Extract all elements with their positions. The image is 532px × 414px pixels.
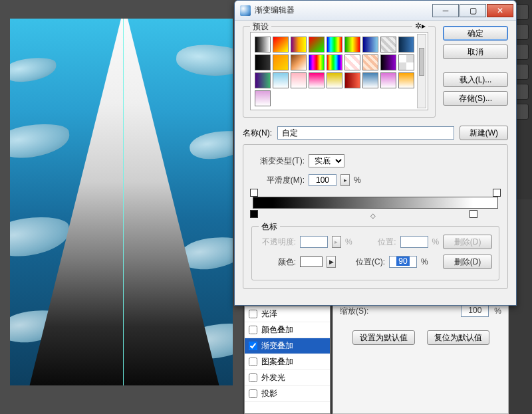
canvas-stage xyxy=(0,0,243,414)
style-row[interactable]: 投影 xyxy=(245,386,330,402)
style-label: 图案叠加 xyxy=(261,356,326,367)
set-default-button[interactable]: 设置为默认值 xyxy=(352,330,415,345)
style-row[interactable]: 图案叠加 xyxy=(245,354,330,370)
scale-slider-track[interactable] xyxy=(374,309,456,313)
color-stop-right[interactable] xyxy=(469,210,477,218)
stops-group: 色标 不透明度: ▸ % 位置: % 删除(D) 颜色: ▶ xyxy=(251,226,499,280)
color-location-input[interactable]: 90 xyxy=(389,256,417,268)
gradient-settings-group: 渐变类型(T): 实底 平滑度(M): ▸ % ◇ 色标 xyxy=(243,144,508,289)
close-button[interactable]: ✕ xyxy=(487,4,513,17)
opacity-location-label: 位置: xyxy=(374,237,396,248)
preset-swatch[interactable] xyxy=(344,72,360,88)
preset-swatch[interactable] xyxy=(327,72,342,88)
preset-swatch[interactable] xyxy=(291,72,307,88)
preset-swatch-grid xyxy=(250,32,428,110)
document-canvas[interactable] xyxy=(10,19,233,385)
preset-swatch[interactable] xyxy=(380,72,396,88)
preset-swatch[interactable] xyxy=(255,37,271,52)
preset-swatch[interactable] xyxy=(362,37,378,52)
preset-swatch[interactable] xyxy=(398,37,414,52)
fish-shape xyxy=(10,120,72,162)
preset-scrollbar[interactable] xyxy=(417,34,426,108)
midpoint-marker[interactable]: ◇ xyxy=(370,212,376,219)
new-button[interactable]: 新建(W) xyxy=(460,126,508,140)
preset-swatch[interactable] xyxy=(380,54,396,70)
minimize-button[interactable]: ─ xyxy=(432,4,459,17)
preset-swatch[interactable] xyxy=(255,54,271,70)
save-button[interactable]: 存储(S)... xyxy=(443,91,508,106)
style-row[interactable]: 光泽 xyxy=(245,306,330,322)
preset-swatch[interactable] xyxy=(255,72,271,88)
style-checkbox[interactable] xyxy=(249,342,257,350)
gradient-bar[interactable] xyxy=(253,197,498,209)
preset-swatch[interactable] xyxy=(327,37,342,52)
preset-swatch[interactable] xyxy=(273,37,289,52)
reset-default-button[interactable]: 复位为默认值 xyxy=(427,330,489,345)
presets-group: 预设 ✲▸ xyxy=(243,26,436,118)
style-checkbox[interactable] xyxy=(249,326,257,334)
opacity-stop-right[interactable] xyxy=(493,189,501,197)
app-icon xyxy=(240,5,251,16)
vertical-guide[interactable] xyxy=(123,19,124,385)
style-label: 颜色叠加 xyxy=(261,324,326,336)
style-label: 光泽 xyxy=(261,308,326,320)
preset-swatch[interactable] xyxy=(291,54,307,70)
preset-swatch[interactable] xyxy=(380,37,396,52)
preset-swatch[interactable] xyxy=(309,72,325,88)
fish-shape xyxy=(176,43,233,78)
style-row[interactable]: 渐变叠加 xyxy=(245,338,330,354)
dialog-titlebar[interactable]: 渐变编辑器 ─ ▢ ✕ xyxy=(235,1,516,21)
opacity-stop-left[interactable] xyxy=(250,189,258,197)
opacity-stepper: ▸ xyxy=(332,236,341,248)
style-checkbox[interactable] xyxy=(249,373,257,382)
name-input[interactable] xyxy=(277,126,454,140)
style-row[interactable]: 外发光 xyxy=(245,370,330,386)
preset-swatch[interactable] xyxy=(327,54,342,70)
smoothness-stepper[interactable]: ▸ xyxy=(340,174,350,186)
style-label: 渐变叠加 xyxy=(261,340,326,352)
smoothness-input[interactable] xyxy=(309,174,336,186)
scale-value[interactable]: 100 xyxy=(461,305,489,317)
style-label: 外发光 xyxy=(261,372,326,383)
preset-swatch[interactable] xyxy=(309,37,325,52)
preset-swatch[interactable] xyxy=(273,54,289,70)
gradient-type-select[interactable]: 实底 xyxy=(309,154,344,167)
preset-swatch[interactable] xyxy=(362,54,378,70)
triangle-shape xyxy=(27,19,222,385)
percent-label: % xyxy=(494,306,501,316)
preset-swatch[interactable] xyxy=(398,72,414,88)
style-checkbox[interactable] xyxy=(249,358,257,366)
presets-label: 预设 xyxy=(250,21,271,33)
ok-button[interactable]: 确定 xyxy=(443,26,508,41)
style-checkbox[interactable] xyxy=(249,389,257,398)
delete-color-stop-button[interactable]: 删除(D) xyxy=(443,255,492,269)
maximize-button[interactable]: ▢ xyxy=(460,4,486,17)
percent-label: % xyxy=(432,237,440,247)
gradient-editor-dialog: 渐变编辑器 ─ ▢ ✕ 预设 ✲▸ 确定 取消 载入(L)... 存储(S)..… xyxy=(234,0,517,306)
percent-label: % xyxy=(345,237,352,247)
presets-menu-icon[interactable]: ✲▸ xyxy=(412,21,428,31)
style-label: 投影 xyxy=(261,388,326,399)
preset-swatch[interactable] xyxy=(309,54,325,70)
color-stop-left[interactable] xyxy=(250,210,258,218)
delete-opacity-stop-button: 删除(D) xyxy=(443,235,492,249)
color-picker-arrow[interactable]: ▶ xyxy=(327,256,336,268)
style-checkbox[interactable] xyxy=(249,310,257,318)
dialog-title: 渐变编辑器 xyxy=(255,5,432,16)
preset-swatch[interactable] xyxy=(273,72,289,88)
preset-swatch[interactable] xyxy=(362,72,378,88)
fish-shape xyxy=(10,55,58,85)
gradient-ramp[interactable]: ◇ xyxy=(253,193,498,213)
style-row[interactable]: 颜色叠加 xyxy=(245,322,330,338)
preset-swatch[interactable] xyxy=(344,37,360,52)
color-location-label: 位置(C): xyxy=(353,257,385,268)
preset-swatch[interactable] xyxy=(398,54,414,70)
color-swatch[interactable] xyxy=(300,257,323,267)
preset-swatch[interactable] xyxy=(291,37,307,52)
preset-swatch[interactable] xyxy=(344,54,360,70)
stops-group-label: 色标 xyxy=(259,221,280,233)
cancel-button[interactable]: 取消 xyxy=(443,45,508,59)
opacity-input xyxy=(300,236,328,248)
load-button[interactable]: 载入(L)... xyxy=(443,72,508,87)
preset-swatch[interactable] xyxy=(255,90,271,106)
